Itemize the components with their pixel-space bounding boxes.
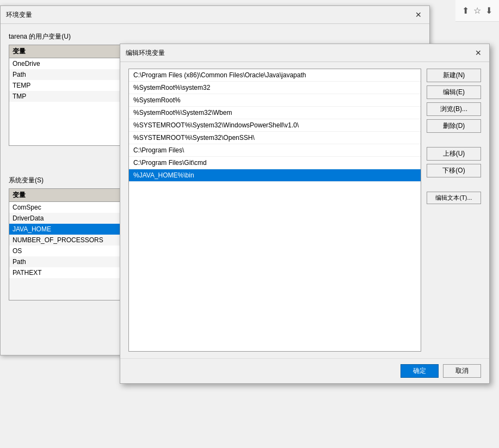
path-value: C:\Program Files\ [133,146,184,154]
path-value: %SystemRoot% [133,96,181,104]
edit-dialog-titlebar: 编辑环境变量 ✕ [120,44,489,62]
path-list: C:\Program Files (x86)\Common Files\Orac… [128,69,421,352]
var-name: JAVA_HOME [13,225,78,233]
edit-dialog-footer: 确定 取消 [120,358,489,383]
path-value: C:\Program Files (x86)\Common Files\Orac… [133,71,306,79]
browser-toolbar: ⬆ ☆ ⬇ [455,0,499,22]
edit-browse-button[interactable]: 浏览(B)... [427,102,481,116]
edit-move-up-button[interactable]: 上移(U) [427,147,481,161]
var-name: Path [13,258,78,266]
var-name: TMP [13,93,78,100]
env-dialog-close-button[interactable]: ✕ [413,9,424,20]
list-item[interactable]: %SystemRoot%\System32\Wbem [129,107,421,119]
path-value: C:\Program Files\Git\cmd [133,159,207,167]
var-name: PATHEXT [13,269,78,277]
env-dialog-titlebar: 环境变量 ✕ [1,6,429,24]
edit-delete-button[interactable]: 删除(D) [427,119,481,133]
edit-dialog-close-button[interactable]: ✕ [473,47,484,58]
share-icon[interactable]: ⬆ [462,5,469,16]
var-name: Path [13,71,78,78]
var-name: OneDrive [13,60,78,67]
path-value: %JAVA_HOME%\bin [133,171,194,179]
sys-vars-col-name: 变量 [13,191,78,200]
edit-text-button-container: 编辑文本(T)... [427,192,481,204]
list-item[interactable]: C:\Program Files (x86)\Common Files\Orac… [129,69,421,82]
user-vars-col-name: 变量 [13,47,78,56]
var-name: DriverData [13,214,78,222]
var-name: OS [13,247,78,255]
download-icon[interactable]: ⬇ [485,5,492,16]
edit-dialog-title: 编辑环境变量 [126,48,165,58]
list-item[interactable]: C:\Program Files\ [129,144,421,157]
list-item[interactable]: %SystemRoot%\system32 [129,82,421,94]
path-value: %SystemRoot%\system32 [133,84,210,91]
user-section-title: tarena 的用户变量(U) [9,32,421,41]
var-name: NUMBER_OF_PROCESSORS [13,236,78,244]
list-item[interactable]: %SystemRoot% [129,94,421,107]
list-item-selected[interactable]: %JAVA_HOME%\bin [129,169,421,182]
var-name: ComSpec [13,204,78,211]
edit-dialog-body: C:\Program Files (x86)\Common Files\Orac… [120,62,489,358]
list-item[interactable]: C:\Program Files\Git\cmd [129,157,421,169]
list-item[interactable]: %SYSTEMROOT%\System32\WindowsPowerShell\… [129,119,421,132]
edit-action-buttons: 新建(N) 编辑(E) 浏览(B)... 删除(D) 上移(U) 下移(O) 编… [427,69,481,352]
edit-text-button[interactable]: 编辑文本(T)... [427,192,481,204]
path-value: %SYSTEMROOT%\System32\OpenSSH\ [133,134,255,142]
env-dialog-title: 环境变量 [6,10,32,20]
edit-cancel-button[interactable]: 取消 [443,364,481,378]
edit-env-dialog: 编辑环境变量 ✕ C:\Program Files (x86)\Common F… [120,44,490,384]
path-value: %SystemRoot%\System32\Wbem [133,109,232,116]
var-name: TEMP [13,82,78,89]
edit-move-down-button[interactable]: 下移(O) [427,164,481,177]
star-icon[interactable]: ☆ [473,5,481,16]
move-buttons: 上移(U) 下移(O) [427,147,481,177]
edit-new-button[interactable]: 新建(N) [427,69,481,82]
list-item[interactable]: %SYSTEMROOT%\System32\OpenSSH\ [129,132,421,144]
path-value: %SYSTEMROOT%\System32\WindowsPowerShell\… [133,121,299,129]
edit-edit-button[interactable]: 编辑(E) [427,85,481,99]
edit-ok-button[interactable]: 确定 [401,364,439,378]
